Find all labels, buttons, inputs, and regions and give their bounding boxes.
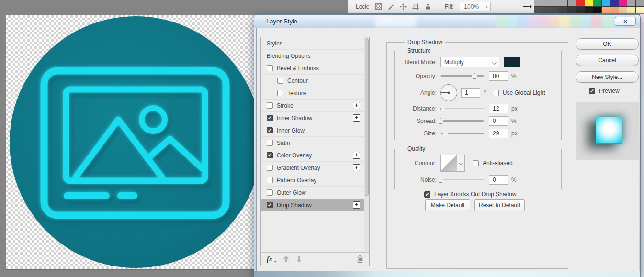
swatch[interactable] [568, 7, 576, 13]
swatch[interactable] [576, 0, 585, 6]
new-style-button[interactable]: New Style... [576, 71, 639, 83]
style-item-bevel-emboss[interactable]: Bevel & Emboss [261, 62, 364, 75]
size-input[interactable]: 29 [489, 129, 508, 138]
style-checkbox[interactable] [267, 177, 273, 183]
swatch[interactable] [576, 7, 585, 13]
move-effect-up-icon[interactable] [283, 256, 289, 263]
swatch[interactable] [542, 0, 551, 6]
style-item-inner-shadow[interactable]: Inner Shadow+ [261, 112, 364, 124]
opacity-slider-thumb[interactable] [472, 73, 477, 79]
swatch[interactable] [534, 7, 542, 13]
spread-slider[interactable] [440, 118, 484, 124]
contour-dropdown-button[interactable] [457, 155, 465, 172]
swatch[interactable] [602, 0, 610, 6]
swatch[interactable] [593, 7, 601, 13]
style-checkbox[interactable] [267, 127, 273, 133]
style-item-drop-shadow[interactable]: Drop Shadow+ [261, 199, 364, 211]
dialog-titlebar[interactable] [254, 15, 640, 28]
swatch[interactable] [551, 7, 559, 13]
lock-artboard-icon[interactable] [412, 3, 419, 10]
contour-picker[interactable] [440, 155, 457, 172]
cancel-button[interactable]: Cancel [576, 55, 639, 66]
style-item-contour[interactable]: Contour [261, 75, 364, 87]
swatch[interactable] [568, 0, 576, 6]
swatch[interactable] [627, 7, 635, 13]
lock-pixels-icon[interactable] [387, 3, 395, 10]
duplicate-effect-button[interactable]: + [353, 102, 360, 109]
swatch[interactable] [551, 0, 559, 6]
swatch[interactable] [619, 7, 627, 13]
mini-panel[interactable] [520, 0, 534, 13]
style-checkbox[interactable] [267, 202, 273, 208]
style-checkbox[interactable] [267, 102, 273, 109]
preview-checkbox[interactable] [589, 88, 595, 94]
swatch[interactable] [593, 0, 601, 6]
size-slider[interactable] [440, 130, 484, 137]
use-global-light-checkbox[interactable] [493, 90, 499, 96]
style-item-inner-glow[interactable]: Inner Glow [261, 124, 364, 137]
noise-slider-thumb[interactable] [438, 177, 443, 183]
layer-knockout-checkbox[interactable] [424, 191, 430, 198]
style-item-color-overlay[interactable]: Color Overlay+ [261, 149, 364, 162]
noise-slider[interactable] [440, 177, 484, 183]
style-item-gradient-overlay[interactable]: Gradient Overlay+ [261, 162, 364, 174]
blend-mode-select[interactable]: Multiply [440, 57, 499, 67]
duplicate-effect-button[interactable]: + [353, 114, 360, 122]
style-item-outer-glow[interactable]: Outer Glow [261, 187, 364, 199]
style-checkbox[interactable] [267, 189, 273, 196]
swatch[interactable] [542, 7, 551, 13]
styles-list-scrollbar[interactable] [364, 37, 369, 252]
scrollbar-thumb[interactable] [365, 38, 369, 196]
swatch[interactable] [619, 0, 627, 6]
delete-effect-icon[interactable] [357, 255, 363, 263]
opacity-slider[interactable] [440, 73, 484, 79]
style-checkbox[interactable] [267, 115, 273, 121]
style-item-satin[interactable]: Satin [261, 137, 364, 149]
distance-input[interactable]: 12 [489, 104, 508, 113]
swatch[interactable] [610, 0, 619, 6]
style-checkbox[interactable] [267, 65, 273, 71]
angle-input[interactable]: 1 [461, 88, 480, 98]
distance-slider[interactable] [440, 105, 484, 112]
style-checkbox[interactable] [277, 90, 283, 96]
swatch[interactable] [602, 7, 610, 13]
opacity-input[interactable]: 80 [489, 71, 508, 81]
shadow-color-swatch[interactable] [504, 57, 520, 67]
style-checkbox[interactable] [267, 152, 273, 158]
style-item-pattern-overlay[interactable]: Pattern Overlay [261, 174, 364, 187]
swatch[interactable] [636, 0, 644, 6]
angle-dial[interactable] [440, 84, 457, 101]
make-default-button[interactable]: Make Default [425, 199, 470, 211]
noise-input[interactable]: 0 [489, 175, 508, 185]
duplicate-effect-button[interactable]: + [353, 152, 360, 159]
duplicate-effect-button[interactable]: + [353, 164, 360, 171]
fill-dropdown[interactable]: 100% ▾ [460, 2, 491, 11]
style-item-stroke[interactable]: Stroke+ [261, 100, 364, 112]
swatch[interactable] [585, 0, 593, 6]
lock-all-icon[interactable] [425, 3, 432, 10]
swatch[interactable] [559, 0, 567, 6]
distance-slider-thumb[interactable] [440, 106, 446, 111]
swatch[interactable] [636, 7, 644, 13]
swatch[interactable] [627, 0, 635, 6]
lock-transparency-icon[interactable] [375, 3, 382, 10]
swatch[interactable] [610, 7, 619, 13]
swatch[interactable] [534, 0, 542, 6]
spread-input[interactable]: 0 [489, 116, 508, 126]
ok-button[interactable]: OK [576, 38, 639, 50]
size-slider-thumb[interactable] [442, 131, 448, 136]
style-checkbox[interactable] [277, 78, 283, 84]
move-effect-down-icon[interactable] [296, 256, 302, 263]
swatch[interactable] [559, 7, 567, 13]
duplicate-effect-button[interactable]: + [353, 201, 360, 209]
reset-to-default-button[interactable]: Reset to Default [474, 199, 525, 211]
style-checkbox[interactable] [267, 140, 273, 146]
fx-menu-button[interactable]: fx [267, 255, 272, 263]
style-item-blending-options[interactable]: Blending Options [261, 50, 364, 62]
style-checkbox[interactable] [267, 165, 273, 171]
style-item-styles[interactable]: Styles [261, 37, 364, 50]
lock-position-icon[interactable] [400, 3, 407, 10]
style-item-texture[interactable]: Texture [261, 87, 364, 100]
close-button[interactable]: × [615, 17, 636, 26]
spread-slider-thumb[interactable] [438, 118, 443, 124]
